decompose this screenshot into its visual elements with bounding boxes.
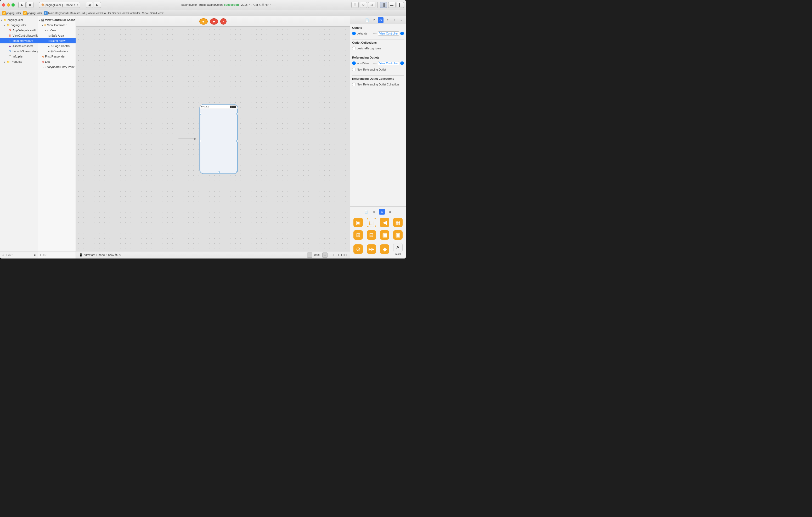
handle-bottom-right[interactable]: [236, 171, 238, 173]
comp-view-controller[interactable]: ▣: [352, 217, 365, 228]
file-appdelegate-label: AppDelegate.swift: [12, 29, 36, 32]
breadcrumb-item-6[interactable]: View Controller: [122, 11, 140, 14]
breadcrumb-item-5[interactable]: View Co...ler Scene: [96, 11, 120, 14]
gesture-connect-btn[interactable]: [352, 47, 356, 50]
handle-bottom-mid[interactable]: [218, 171, 220, 173]
minimize-button[interactable]: [7, 3, 10, 6]
nav-group-pagingcolor[interactable]: 📁 pagingColor: [0, 23, 38, 28]
time-display: 9:41 AM: [201, 105, 209, 108]
scene-constraints[interactable]: ⊞ Constraints: [38, 49, 76, 54]
forward-nav-button[interactable]: ⇒: [368, 2, 375, 8]
stop-button[interactable]: ■: [26, 2, 33, 8]
entry-point-label: Storyboard Entry Point: [46, 65, 75, 68]
zoom-in-button[interactable]: +: [322, 252, 327, 258]
filter-options[interactable]: ≡: [34, 253, 36, 256]
comp-scenekit[interactable]: ◆: [379, 242, 391, 256]
canvas-circle-btn-3[interactable]: ×: [220, 18, 227, 25]
scene-exit[interactable]: ⊗ Exit: [38, 59, 76, 64]
run-button[interactable]: ▶: [18, 2, 26, 8]
comp-label[interactable]: A Label: [392, 242, 404, 256]
delegate-label: delegate: [357, 32, 372, 35]
comp-nav-controller[interactable]: ◀: [379, 217, 391, 228]
nav-file-appdelegate[interactable]: S AppDelegate.swift: [0, 28, 38, 33]
nav-root[interactable]: 📁 pagingColor: [0, 17, 38, 23]
comp-collection-vc[interactable]: ⊞: [352, 229, 365, 241]
new-outlet-btn[interactable]: [352, 68, 356, 71]
bottom-panel-toggle[interactable]: ▬: [388, 2, 396, 8]
handle-mid-right[interactable]: [236, 140, 238, 142]
scene-first-responder[interactable]: ⊕ First Responder: [38, 54, 76, 59]
nav-file-assets[interactable]: ◆ Assets.xcassets: [0, 43, 38, 49]
scene-entry-point[interactable]: → Storyboard Entry Point: [38, 64, 76, 69]
add-file-button[interactable]: +: [2, 253, 4, 257]
left-panel-toggle[interactable]: ▐: [380, 2, 387, 8]
canvas-content[interactable]: 9:41 AM ████: [76, 27, 350, 251]
group-label: pagingColor: [11, 24, 26, 27]
zoom-out-button[interactable]: −: [307, 252, 312, 258]
comp-label-icon: A: [393, 243, 403, 252]
filter-scene-input[interactable]: Filter: [40, 253, 46, 257]
handle-top-left[interactable]: [199, 113, 201, 115]
scene-section-disclosure: [39, 18, 40, 22]
comp-storyboard-ref[interactable]: ⬚: [366, 217, 378, 228]
navigator-toggle[interactable]: ☰: [351, 2, 359, 8]
iphone-frame: 9:41 AM ████: [199, 104, 238, 174]
scene-safe-area[interactable]: ⊡ Safe Area: [38, 33, 76, 38]
nav-file-viewcontroller[interactable]: S ViewController.swift: [0, 33, 38, 38]
scene-view[interactable]: □ View: [38, 28, 76, 33]
breadcrumb-item-1[interactable]: 📁 pagingColor: [2, 11, 21, 15]
scrollview-connect-btn[interactable]: [352, 61, 356, 65]
comp-tab-media[interactable]: ▦: [387, 209, 393, 215]
inspector-panel: 📄 ? ⊙ ≡ ↕ → Outlets delegate ─→: [350, 16, 406, 258]
scene-scroll-view[interactable]: ⊟ Scroll View: [38, 38, 76, 43]
inspector-tab-identity[interactable]: ⊙: [378, 17, 383, 23]
root-label: pagingColor: [7, 18, 23, 22]
comp-tabbar-vc[interactable]: ▣: [379, 229, 391, 241]
comp-split-vc[interactable]: ⊟: [366, 229, 378, 241]
handle-top-right[interactable]: [236, 113, 238, 115]
right-panel-toggle[interactable]: ▌: [397, 2, 404, 8]
breadcrumb-item-8[interactable]: Scroll View: [150, 11, 164, 14]
canvas-footer: 📱 View as: iPhone 8 (⌘C ⌘R) − 88% + ⊞ ⊞ …: [76, 251, 350, 258]
inspector-tab-quickhelp[interactable]: ?: [371, 17, 377, 23]
iphone-status-bar: 9:41 AM ████: [200, 104, 237, 109]
comp-avkit[interactable]: ⊙: [352, 242, 365, 256]
delegate-target-btn[interactable]: [400, 32, 404, 35]
new-ref-collection-btn[interactable]: [352, 83, 356, 86]
iphone-container: 9:41 AM ████: [199, 104, 238, 174]
breadcrumb-item-3[interactable]: S Main.storyboard: [44, 11, 68, 15]
scene-page-control[interactable]: ⊙ Page Control: [38, 43, 76, 49]
breadcrumb-item-7[interactable]: View: [142, 11, 148, 14]
close-button[interactable]: [2, 3, 5, 6]
comp-table-vc[interactable]: ▦: [392, 217, 404, 228]
back-button[interactable]: ◀: [86, 2, 93, 8]
nav-file-mainstoryboard[interactable]: S Main.storyboard: [0, 38, 38, 43]
canvas-circle-btn-2[interactable]: ●: [210, 18, 218, 25]
comp-tab-objects[interactable]: ⊙: [379, 209, 385, 215]
nav-file-infoplist[interactable]: 📋 Info.plist: [0, 54, 38, 59]
forward-button[interactable]: ▶: [94, 2, 101, 8]
inspector-tab-attributes[interactable]: ≡: [384, 17, 390, 23]
nav-file-launchscreen[interactable]: S LaunchScreen.storyboard: [0, 49, 38, 54]
scrollview-target-btn[interactable]: [400, 61, 404, 65]
refresh-button[interactable]: ↻: [360, 2, 367, 8]
inspector-tab-connections[interactable]: →: [398, 17, 404, 23]
comp-page-vc[interactable]: ▣: [392, 229, 404, 241]
scene-section-header[interactable]: 🎬 View Controller Scene: [38, 17, 76, 23]
fullscreen-button[interactable]: [11, 3, 14, 6]
handle-mid-left[interactable]: [199, 140, 201, 142]
canvas-circle-btn-1[interactable]: ●: [199, 18, 208, 25]
handle-bottom-left[interactable]: [199, 171, 201, 173]
scheme-selector[interactable]: 🎨 pagingColor | iPhone X ▾: [39, 2, 80, 8]
inspector-tab-file[interactable]: 📄: [364, 17, 370, 23]
breadcrumb-item-4[interactable]: Main.sto...rd (Base): [70, 11, 94, 14]
comp-tab-code[interactable]: {}: [371, 209, 377, 215]
safe-area-label: Safe Area: [51, 34, 64, 37]
comp-mediaplayer[interactable]: ▶▶: [366, 242, 378, 256]
delegate-connect-btn[interactable]: [352, 32, 356, 35]
comp-tab-file[interactable]: 📄: [364, 209, 369, 215]
scene-view-controller[interactable]: ⊞ View Controller: [38, 23, 76, 28]
nav-group-products[interactable]: 📁 Products: [0, 59, 38, 64]
inspector-tab-size[interactable]: ↕: [392, 17, 397, 23]
breadcrumb-item-2[interactable]: 📁 pagingColor: [23, 11, 42, 15]
